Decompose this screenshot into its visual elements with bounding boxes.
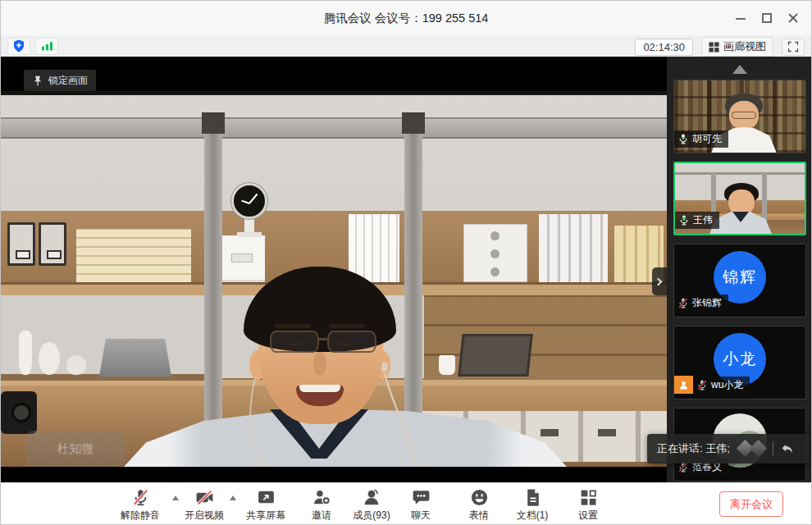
main-video	[1, 91, 667, 467]
meeting-logo-icon	[737, 439, 771, 459]
participant-name-tag: 张锦辉	[674, 294, 728, 312]
toast-divider	[773, 441, 773, 456]
mic-muted-icon	[677, 297, 689, 309]
invite-button[interactable]: 邀请	[295, 487, 348, 523]
window-title: 腾讯会议 会议号：199 255 514	[1, 1, 811, 35]
close-button[interactable]	[780, 5, 806, 31]
main-video-stage[interactable]: 锁定画面 杜知微	[1, 57, 667, 482]
security-shield-button[interactable]	[7, 38, 30, 55]
shield-icon	[11, 39, 26, 53]
bottom-toolbar: 解除静音 开启视频 共享屏幕	[1, 482, 811, 525]
participant-name: wu小龙	[711, 378, 743, 392]
unmute-button[interactable]: 解除静音	[114, 487, 167, 523]
minimize-button[interactable]	[728, 5, 754, 31]
participant-tile-active-speaker[interactable]: 王伟	[673, 162, 806, 235]
camera-options-caret[interactable]	[230, 495, 236, 500]
emoji-label: 表情	[469, 509, 489, 523]
docs-button[interactable]: 文档(1)	[506, 487, 559, 523]
gallery-view-button[interactable]: 画廊视图	[701, 37, 773, 57]
speaking-toast: 正在讲话: 王伟;	[647, 434, 810, 463]
mic-on-icon	[677, 133, 689, 145]
leave-meeting-button[interactable]: 离开会议	[719, 491, 783, 517]
participants-sidebar: 胡可先 王伟	[667, 57, 812, 482]
chevron-right-icon	[655, 277, 663, 285]
signal-bars-icon	[40, 39, 54, 52]
gallery-view-label: 画廊视图	[723, 39, 766, 54]
camera-off-icon	[194, 487, 215, 508]
participant-tile[interactable]: 小龙 wu小龙	[673, 326, 806, 399]
settings-label: 设置	[578, 509, 598, 523]
speaking-toast-text: 正在讲话: 王伟;	[657, 441, 730, 456]
self-view-watermark: 杜知微	[25, 431, 125, 467]
smiley-icon	[469, 487, 490, 508]
reply-arrow-icon[interactable]	[780, 442, 794, 456]
settings-button[interactable]: 设置	[562, 487, 614, 523]
participant-name: 张锦辉	[692, 296, 722, 310]
statusbar-right: 02:14:30 画廊视图	[635, 37, 805, 57]
participant-name-tag: 王伟	[675, 212, 719, 229]
participant-tile[interactable]: 胡可先	[673, 80, 806, 153]
members-button[interactable]: 成员(93)	[345, 487, 398, 523]
maximize-icon	[761, 12, 773, 24]
start-video-label: 开启视频	[185, 509, 224, 523]
start-video-button[interactable]: 开启视频	[178, 487, 230, 523]
meeting-timer: 02:14:30	[635, 39, 693, 56]
mic-on-icon	[678, 214, 690, 226]
members-label: 成员(93)	[353, 509, 390, 523]
share-screen-button[interactable]: 共享屏幕	[239, 487, 292, 523]
lock-view-button[interactable]: 锁定画面	[24, 70, 96, 91]
unmute-label: 解除静音	[121, 509, 160, 523]
network-signal-button[interactable]	[35, 38, 58, 55]
settings-grid-icon	[578, 487, 599, 508]
participant-name: 王伟	[693, 213, 713, 227]
invite-label: 邀请	[312, 509, 331, 523]
mic-muted-icon	[130, 487, 151, 508]
window-controls	[728, 5, 806, 31]
close-icon	[787, 12, 799, 24]
pin-icon	[32, 75, 43, 87]
share-screen-label: 共享屏幕	[246, 509, 285, 523]
participant-tile[interactable]: 锦辉 张锦辉	[673, 244, 806, 317]
participant-name-tag: wu小龙	[693, 377, 750, 394]
chat-label: 聊天	[411, 509, 431, 523]
meeting-content: 锁定画面 杜知微	[1, 57, 811, 482]
docs-label: 文档(1)	[517, 509, 549, 523]
scroll-up-arrow[interactable]	[732, 65, 747, 74]
speaker-person	[1, 91, 667, 467]
fullscreen-icon	[787, 41, 799, 52]
collapse-sidebar-handle[interactable]	[652, 267, 667, 295]
lock-view-label: 锁定画面	[48, 74, 88, 88]
person-icon	[678, 380, 689, 390]
meeting-window: 腾讯会议 会议号：199 255 514	[0, 0, 812, 525]
minimize-icon	[735, 12, 746, 24]
participant-name-tag: 胡可先	[674, 130, 728, 148]
mic-muted-icon	[696, 379, 708, 391]
statusbar: 02:14:30 画廊视图	[1, 35, 811, 57]
chat-button[interactable]: 聊天	[395, 487, 447, 523]
emoji-button[interactable]: 表情	[453, 487, 505, 523]
members-icon	[362, 487, 382, 508]
maximize-button[interactable]	[754, 5, 780, 31]
invite-person-icon	[312, 487, 332, 508]
fullscreen-button[interactable]	[782, 39, 805, 56]
share-screen-icon	[256, 487, 276, 508]
participant-name: 胡可先	[692, 132, 722, 146]
hand-raised-badge	[674, 376, 693, 394]
titlebar: 腾讯会议 会议号：199 255 514	[1, 1, 811, 35]
document-icon	[522, 487, 543, 508]
chat-bubble-icon	[411, 487, 431, 508]
grid-view-icon	[709, 42, 719, 52]
